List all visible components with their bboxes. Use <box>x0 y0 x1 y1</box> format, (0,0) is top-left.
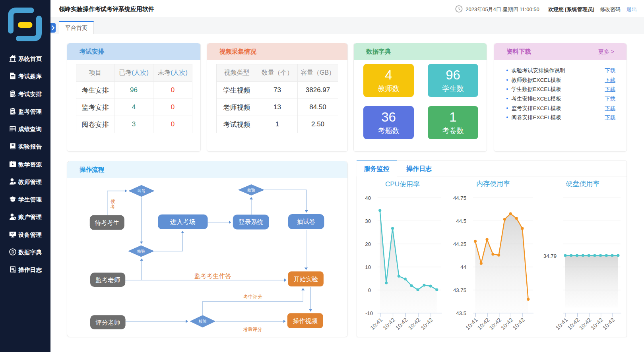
svg-text:10:42: 10:42 <box>511 317 526 331</box>
svg-text:-10: -10 <box>365 310 373 316</box>
svg-text:10:41: 10:41 <box>464 317 479 331</box>
svg-text:10:42: 10:42 <box>407 317 422 331</box>
svg-text:候: 候 <box>111 199 115 204</box>
svg-text:10:42: 10:42 <box>394 317 409 331</box>
svg-text:10: 10 <box>365 264 371 270</box>
svg-text:硬盘使用率: 硬盘使用率 <box>566 180 600 188</box>
svg-text:10:41: 10:41 <box>555 317 569 331</box>
svg-text:监考老师: 监考老师 <box>95 277 120 283</box>
svg-text:44.25: 44.25 <box>453 241 466 247</box>
svg-text:叫号: 叫号 <box>138 189 145 193</box>
svg-text:校验: 校验 <box>198 319 207 323</box>
svg-text:10:41: 10:41 <box>369 317 384 331</box>
svg-text:监考考生作答: 监考考生作答 <box>194 273 232 279</box>
svg-text:校验: 校验 <box>247 188 255 192</box>
svg-text:20: 20 <box>365 241 371 247</box>
svg-text:10:42: 10:42 <box>476 317 491 331</box>
svg-text:10:42: 10:42 <box>382 317 396 331</box>
svg-text:登录系统: 登录系统 <box>239 219 264 225</box>
svg-text:0: 0 <box>368 287 371 293</box>
svg-text:10:42: 10:42 <box>488 317 502 331</box>
svg-text:进入考场: 进入考场 <box>170 219 196 225</box>
svg-text:40: 40 <box>365 195 371 201</box>
svg-text:10:42: 10:42 <box>590 317 604 331</box>
svg-text:10:42: 10:42 <box>566 317 581 331</box>
svg-text:10:42: 10:42 <box>419 317 434 331</box>
svg-text:10:42: 10:42 <box>578 317 593 331</box>
svg-text:评分老师: 评分老师 <box>95 319 120 326</box>
svg-text:操作视频: 操作视频 <box>293 317 318 324</box>
svg-text:44.75: 44.75 <box>453 195 466 201</box>
svg-text:43.75: 43.75 <box>453 287 466 293</box>
svg-text:44.5: 44.5 <box>456 218 466 224</box>
svg-text:10:42: 10:42 <box>500 317 514 331</box>
svg-text:内存使用率: 内存使用率 <box>476 180 510 188</box>
svg-text:考: 考 <box>111 204 115 209</box>
svg-text:34.79: 34.79 <box>543 253 557 259</box>
svg-text:核验: 核验 <box>137 249 145 253</box>
svg-text:考后评分: 考后评分 <box>243 327 262 332</box>
svg-text:抽试卷: 抽试卷 <box>297 218 316 225</box>
svg-text:44: 44 <box>460 264 466 270</box>
svg-text:30: 30 <box>365 218 371 224</box>
svg-text:CPU使用率: CPU使用率 <box>385 180 420 188</box>
svg-text:开始实验: 开始实验 <box>293 276 318 282</box>
svg-text:10:42: 10:42 <box>601 317 616 331</box>
svg-text:43.5: 43.5 <box>456 310 466 316</box>
svg-text:考中评分: 考中评分 <box>243 294 262 300</box>
svg-text:待考考生: 待考考生 <box>95 219 119 226</box>
